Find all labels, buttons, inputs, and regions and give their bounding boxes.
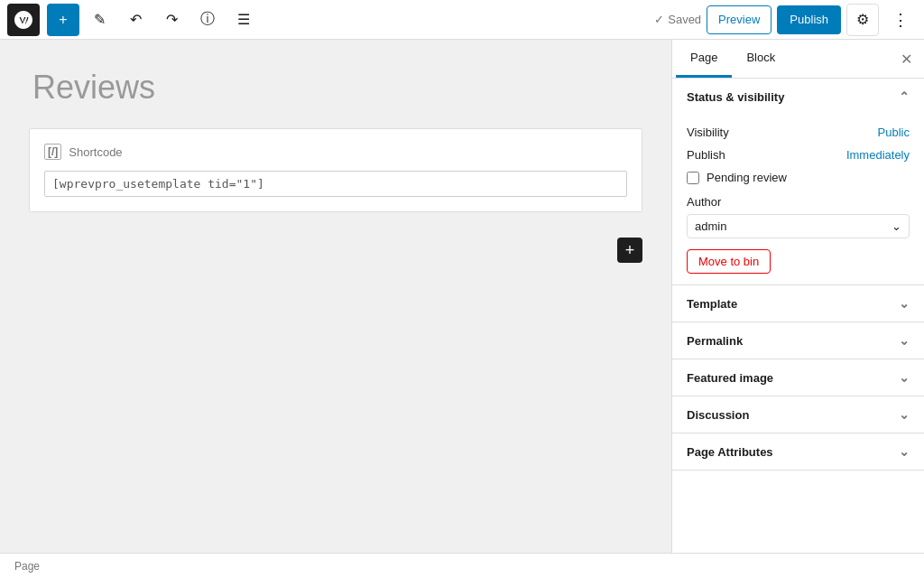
toolbar-left: + ✎ ↶ ↷ ⓘ ☰ (7, 4, 260, 36)
wp-logo[interactable] (7, 4, 40, 36)
shortcode-block[interactable]: [/] Shortcode (29, 128, 642, 212)
block-type-label: Shortcode (69, 145, 122, 159)
status-visibility-section: Status & visibility ⌃ Visibility Public … (672, 79, 924, 285)
preview-button[interactable]: Preview (707, 5, 772, 34)
info-icon: ⓘ (200, 10, 215, 29)
pending-review-row: Pending review (687, 171, 910, 184)
author-row: Author admin ⌄ (687, 195, 910, 238)
page-attributes-section: Page Attributes ⌄ (672, 434, 924, 471)
template-header[interactable]: Template ⌄ (672, 285, 924, 322)
undo-button[interactable]: ↶ (119, 4, 152, 36)
settings-button[interactable]: ⚙ (846, 4, 879, 36)
tab-block[interactable]: Block (732, 40, 790, 78)
toolbar-right: ✓ Saved Preview Publish ⚙ ⋮ (654, 4, 917, 36)
gear-icon: ⚙ (856, 11, 869, 28)
permalink-section: Permalink ⌄ (672, 322, 924, 359)
sidebar-header: Page Block ✕ (672, 40, 924, 79)
shortcode-input[interactable] (44, 171, 627, 197)
publish-row: Publish Immediately (687, 148, 910, 162)
redo-icon: ↷ (166, 11, 178, 28)
list-icon: ☰ (237, 11, 250, 28)
status-bar-text: Page (14, 560, 40, 573)
editor-content: Reviews [/] Shortcode + (11, 69, 661, 263)
publish-value[interactable]: Immediately (846, 148, 910, 162)
chevron-down-icon: ⌄ (899, 407, 910, 422)
add-icon: + (59, 12, 67, 28)
status-visibility-header[interactable]: Status & visibility ⌃ (672, 79, 924, 115)
visibility-label: Visibility (687, 126, 729, 139)
visibility-value[interactable]: Public (878, 126, 910, 139)
shortcode-icon: [/] (44, 144, 61, 160)
permalink-title: Permalink (687, 334, 743, 348)
status-visibility-title: Status & visibility (687, 90, 784, 104)
author-value: admin (695, 219, 726, 233)
chevron-down-icon: ⌄ (892, 219, 901, 233)
undo-icon: ↶ (130, 11, 142, 28)
publish-label: Publish (687, 148, 725, 162)
editor-area: Reviews [/] Shortcode + (0, 40, 671, 553)
template-section: Template ⌄ (672, 285, 924, 322)
block-header: [/] Shortcode (44, 144, 627, 160)
check-icon: ✓ (654, 13, 664, 26)
pending-review-checkbox[interactable] (687, 172, 699, 184)
pen-icon: ✎ (94, 11, 106, 28)
list-view-button[interactable]: ☰ (227, 4, 260, 36)
saved-indicator: ✓ Saved (654, 13, 701, 26)
sidebar: Page Block ✕ Status & visibility ⌃ Visib… (671, 40, 924, 553)
discussion-section: Discussion ⌄ (672, 396, 924, 434)
close-icon: ✕ (901, 51, 912, 68)
saved-text: Saved (668, 13, 701, 26)
author-select[interactable]: admin ⌄ (687, 214, 910, 238)
featured-image-title: Featured image (687, 371, 773, 385)
sidebar-tabs: Page Block (676, 40, 790, 78)
discussion-title: Discussion (687, 408, 749, 422)
page-attributes-header[interactable]: Page Attributes ⌄ (672, 434, 924, 470)
pending-review-label: Pending review (707, 171, 787, 184)
move-to-bin-button[interactable]: Move to bin (687, 249, 771, 274)
chevron-up-icon: ⌃ (899, 89, 910, 104)
chevron-down-icon: ⌄ (899, 333, 910, 348)
chevron-down-icon: ⌄ (899, 370, 910, 385)
discussion-header[interactable]: Discussion ⌄ (672, 396, 924, 433)
template-title: Template (687, 297, 737, 311)
more-options-button[interactable]: ⋮ (884, 4, 917, 36)
featured-image-section: Featured image ⌄ (672, 359, 924, 396)
status-bar: Page (0, 553, 924, 578)
page-attributes-title: Page Attributes (687, 445, 773, 459)
author-label: Author (687, 195, 910, 209)
tab-page[interactable]: Page (676, 40, 732, 78)
more-icon: ⋮ (892, 10, 909, 30)
publish-button[interactable]: Publish (777, 5, 841, 34)
permalink-header[interactable]: Permalink ⌄ (672, 322, 924, 359)
chevron-down-icon: ⌄ (899, 444, 910, 459)
status-visibility-content: Visibility Public Publish Immediately Pe… (672, 115, 924, 284)
chevron-down-icon: ⌄ (899, 296, 910, 311)
add-block-button[interactable]: + (617, 238, 642, 263)
close-sidebar-button[interactable]: ✕ (892, 44, 920, 73)
main-layout: Reviews [/] Shortcode + Page Block (0, 40, 924, 553)
add-block-toolbar-button[interactable]: + (47, 4, 79, 36)
plus-icon: + (625, 241, 635, 260)
featured-image-header[interactable]: Featured image ⌄ (672, 359, 924, 396)
tools-button[interactable]: ✎ (83, 4, 116, 36)
toolbar: + ✎ ↶ ↷ ⓘ ☰ ✓ Saved Preview Publish ⚙ ⋮ (0, 0, 924, 40)
page-title[interactable]: Reviews (29, 69, 642, 107)
visibility-row: Visibility Public (687, 126, 910, 139)
redo-button[interactable]: ↷ (155, 4, 188, 36)
info-button[interactable]: ⓘ (191, 4, 224, 36)
